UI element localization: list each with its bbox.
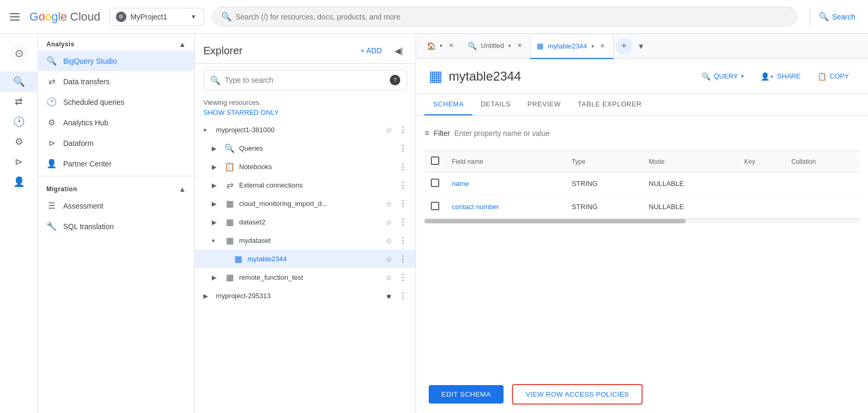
ext-conn-more-icon[interactable]: ⋮ — [399, 180, 407, 190]
hamburger-menu-button[interactable] — [4, 6, 25, 27]
tree-project-myproject295313[interactable]: ▶ myproject-295313 ★ ⋮ — [195, 287, 416, 305]
tree-dataset2[interactable]: ▶ ▦ dataset2 ☆ ⋮ — [195, 213, 416, 231]
tab-bar: 🏠 ▾ ✕ 🔍 Untitled ▾ ✕ ▦ mytable2344 ▾ ✕ — [416, 34, 868, 59]
project2-star-icon[interactable]: ★ — [386, 292, 392, 300]
cloud-mon-more-icon[interactable]: ⋮ — [399, 199, 407, 209]
tree-mytable2344[interactable]: ▦ mytable2344 ☆ ⋮ — [195, 250, 416, 268]
sidebar-item-dataform[interactable]: ⊳ — [0, 152, 37, 172]
analysis-section-header[interactable]: Analysis ▲ — [38, 34, 194, 51]
svg-text:⊙: ⊙ — [14, 47, 23, 59]
copy-button[interactable]: 📋 COPY — [811, 68, 855, 85]
view-row-access-policies-button[interactable]: VIEW ROW ACCESS POLICIES — [512, 384, 643, 405]
tree-external-connections[interactable]: ▶ ⇄ External connections ⋮ — [195, 176, 416, 194]
untitled-tab-dropdown[interactable]: ▾ — [508, 43, 511, 48]
sql-translation-icon: 🔧 — [46, 221, 57, 231]
hub-nav-icon: ⚙ — [15, 136, 23, 148]
explorer-panel: Explorer + ADD ◀| 🔍 ? View — [195, 34, 416, 413]
sidebar-item-dataform[interactable]: ⊳ Dataform — [38, 133, 194, 153]
filter-input[interactable] — [454, 129, 860, 137]
tree-queries[interactable]: ▶ 🔍 Queries ⋮ — [195, 139, 416, 158]
migration-section-header[interactable]: Migration ▲ — [38, 179, 194, 195]
cloud-mon-expand-icon: ▶ — [212, 200, 220, 208]
sidebar-item-scheduled-queries[interactable]: 🕐 Scheduled queries — [38, 92, 194, 112]
cloud-mon-star-icon[interactable]: ☆ — [386, 200, 392, 208]
bigquery-logo[interactable]: ⊙ — [7, 38, 31, 72]
mydataset-star-icon[interactable]: ☆ — [386, 237, 392, 245]
share-button[interactable]: 👤+ SHARE — [754, 68, 807, 85]
query-icon: 🔍 — [702, 72, 711, 81]
row2-field-link[interactable]: contact number — [452, 203, 499, 211]
search-button-label: Search — [832, 13, 855, 21]
sidebar-item-analytics-hub[interactable]: ⚙ — [0, 132, 37, 152]
google-cloud-logo: Google Cloud — [29, 10, 101, 24]
mytable-more-icon[interactable]: ⋮ — [399, 254, 407, 264]
sidebar-item-scheduled-queries[interactable]: 🕐 — [0, 112, 37, 132]
mytable-star-icon[interactable]: ☆ — [386, 255, 392, 263]
search-button[interactable]: 🔍 Search — [810, 7, 864, 26]
nav-panel: Analysis ▲ 🔍 BigQuery Studio ⇄ Data tran… — [38, 34, 195, 413]
tree-cloud-monitoring[interactable]: ▶ ▦ cloud_monitoring_import_d... ☆ ⋮ — [195, 194, 416, 213]
sidebar-item-bigquery-studio[interactable]: 🔍 — [0, 72, 37, 92]
project2-more-icon[interactable]: ⋮ — [399, 291, 407, 301]
hamburger-icon — [10, 13, 19, 21]
filter-bar: ≡ Filter — [425, 124, 860, 142]
sidebar-item-bigquery-studio[interactable]: 🔍 BigQuery Studio — [38, 51, 194, 71]
add-tab-button[interactable]: + — [616, 38, 633, 55]
row1-checkbox[interactable] — [431, 179, 439, 187]
tree-mydataset[interactable]: ▾ ▦ mydataset ☆ ⋮ — [195, 231, 416, 250]
bigquery-icon: ⊙ — [9, 44, 28, 63]
sidebar-item-data-transfers[interactable]: ⇄ — [0, 92, 37, 112]
mytable-tab-dropdown[interactable]: ▾ — [591, 43, 594, 49]
collapse-explorer-button[interactable]: ◀| — [390, 42, 407, 59]
sidebar-item-data-transfers[interactable]: ⇄ Data transfers — [38, 71, 194, 92]
home-tab-dropdown[interactable]: ▾ — [440, 43, 442, 48]
select-all-checkbox[interactable] — [431, 156, 439, 165]
dataset2-star-icon[interactable]: ☆ — [386, 218, 392, 227]
remote-fn-star-icon[interactable]: ☆ — [386, 273, 392, 282]
show-starred-button[interactable]: SHOW STARRED ONLY — [203, 109, 407, 116]
project-avatar-icon: ⚙ — [116, 12, 126, 22]
project1-star-icon[interactable]: ☆ — [386, 126, 392, 134]
tab-home[interactable]: 🏠 ▾ ✕ — [420, 34, 461, 59]
clock-nav-icon: 🕐 — [13, 116, 25, 127]
edit-schema-button[interactable]: EDIT SCHEMA — [429, 385, 504, 404]
dataset2-name: dataset2 — [239, 218, 381, 226]
row1-checkbox-cell — [425, 172, 446, 195]
mydataset-more-icon[interactable]: ⋮ — [399, 235, 407, 245]
sidebar-item-sql-translation[interactable]: 🔧 SQL translation — [38, 216, 194, 237]
untitled-tab-close[interactable]: ✕ — [515, 42, 524, 50]
help-icon[interactable]: ? — [390, 75, 400, 85]
sidebar-item-analytics-hub[interactable]: ⚙ Analytics Hub — [38, 112, 194, 133]
add-button[interactable]: + ADD — [356, 43, 386, 58]
row2-checkbox[interactable] — [431, 202, 439, 210]
global-search-input[interactable] — [236, 13, 788, 21]
tab-details[interactable]: DETAILS — [472, 94, 519, 115]
tab-preview[interactable]: PREVIEW — [519, 94, 569, 115]
project-selector[interactable]: ⚙ MyProject1 ▼ — [109, 8, 204, 26]
remote-fn-more-icon[interactable]: ⋮ — [399, 272, 407, 282]
notebooks-more-icon[interactable]: ⋮ — [399, 162, 407, 172]
tab-schema[interactable]: SCHEMA — [425, 94, 472, 115]
queries-more-icon[interactable]: ⋮ — [399, 143, 407, 153]
project1-more-icon[interactable]: ⋮ — [399, 125, 407, 135]
tree-remote-function[interactable]: ▶ ▦ remote_function_test ☆ ⋮ — [195, 268, 416, 287]
dataset2-more-icon[interactable]: ⋮ — [399, 217, 407, 227]
query-button[interactable]: 🔍 QUERY ▾ — [695, 68, 750, 85]
tab-mytable2344[interactable]: ▦ mytable2344 ▾ ✕ — [530, 34, 613, 59]
tab-table-explorer[interactable]: TABLE EXPLORER — [569, 94, 650, 115]
sidebar-item-assessment[interactable]: ☰ Assessment — [38, 195, 194, 216]
tree-notebooks[interactable]: ▶ 📋 Notebooks ⋮ — [195, 158, 416, 176]
row1-field-link[interactable]: name — [452, 180, 469, 188]
home-tab-close[interactable]: ✕ — [447, 42, 455, 50]
tab-untitled[interactable]: 🔍 Untitled ▾ ✕ — [461, 34, 530, 59]
sidebar-item-partner-center[interactable]: 👤 — [0, 172, 37, 192]
bigquery-studio-label: BigQuery Studio — [63, 57, 117, 65]
tree-project-myproject1[interactable]: ▾ myproject1-381000 ☆ ⋮ — [195, 121, 416, 139]
mytable-tab-close[interactable]: ✕ — [598, 42, 607, 50]
more-tabs-button[interactable]: ▾ — [633, 38, 649, 55]
global-search-bar[interactable]: 🔍 — [212, 7, 797, 26]
sidebar-item-partner-center[interactable]: 👤 Partner Center — [38, 153, 194, 174]
horizontal-scrollbar[interactable] — [425, 219, 860, 223]
row2-key — [738, 195, 785, 219]
explorer-search-input[interactable] — [225, 76, 386, 84]
